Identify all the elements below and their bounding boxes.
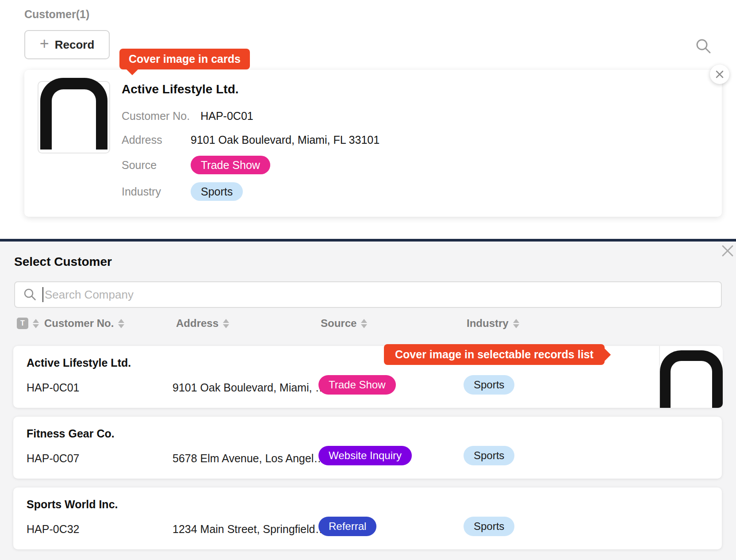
- close-icon: [721, 244, 734, 257]
- card-close-button[interactable]: [710, 65, 729, 84]
- industry-badge: Sports: [464, 446, 514, 465]
- column-label: Industry: [467, 317, 509, 330]
- modal-title: Select Customer: [14, 255, 112, 269]
- search-input-wrapper[interactable]: [14, 281, 722, 308]
- field-row-source: Source Trade Show: [122, 156, 270, 174]
- table-row[interactable]: Sports World Inc. HAP-0C32 1234 Main Str…: [13, 487, 722, 549]
- select-customer-panel: Select Customer T Customer No. Address S…: [0, 242, 736, 560]
- row-customer-no: HAP-0C32: [27, 523, 80, 536]
- letter-n-logo-icon: [40, 78, 107, 150]
- column-label: Source: [321, 317, 356, 330]
- tooltip-cover-image-in-cards: Cover image in cards: [119, 49, 250, 69]
- sort-icon: [513, 319, 519, 328]
- modal-close-button[interactable]: [721, 244, 734, 259]
- source-badge: Referral: [318, 517, 376, 536]
- tooltip-cover-image-in-list: Cover image in selectable records list: [384, 344, 605, 365]
- table-row[interactable]: Fitness Gear Co. HAP-0C07 5678 Elm Avenu…: [13, 417, 722, 479]
- search-input[interactable]: [45, 288, 713, 302]
- table-row[interactable]: Active Lifestyle Ltd. HAP-0C01 9101 Oak …: [13, 346, 722, 408]
- sort-icon: [33, 319, 39, 328]
- plus-icon: +: [40, 36, 49, 52]
- field-row-industry: Industry Sports: [122, 182, 243, 201]
- field-label: Address: [122, 134, 191, 146]
- row-customer-no: HAP-0C07: [27, 452, 80, 465]
- field-label: Industry: [122, 185, 191, 198]
- sort-icon: [118, 319, 124, 328]
- field-label: Customer No.: [122, 110, 200, 123]
- field-value: HAP-0C01: [200, 110, 253, 123]
- search-icon: [23, 288, 37, 302]
- column-header-industry[interactable]: Industry: [467, 316, 519, 331]
- row-company-name: Active Lifestyle Ltd.: [27, 357, 131, 369]
- column-header-source[interactable]: Source: [321, 316, 367, 331]
- customer-card: Active Lifestyle Ltd. Customer No. HAP-0…: [24, 70, 722, 217]
- letter-n-logo-icon: [660, 350, 723, 408]
- row-address: 9101 Oak Boulevard, Miami, …: [172, 381, 326, 394]
- column-label: Address: [176, 317, 218, 330]
- row-address: 1234 Main Street, Springfield…: [172, 523, 326, 536]
- cover-image: [659, 346, 723, 408]
- close-icon: [715, 70, 724, 79]
- field-label: Source: [122, 159, 191, 172]
- add-record-button[interactable]: + Record: [24, 30, 110, 59]
- record-list: Active Lifestyle Ltd. HAP-0C01 9101 Oak …: [13, 346, 722, 558]
- sort-icon: [223, 319, 229, 328]
- column-label: Customer No.: [44, 317, 114, 330]
- sort-icon: [361, 319, 367, 328]
- type-column-icon: T: [17, 318, 28, 329]
- column-header-customer-no[interactable]: Customer No.: [44, 316, 124, 331]
- industry-badge: Sports: [191, 182, 243, 201]
- source-badge: Website Inquiry: [318, 446, 412, 465]
- text-cursor: [42, 287, 43, 302]
- field-value: 9101 Oak Boulevard, Miami, FL 33101: [191, 134, 380, 146]
- row-company-name: Fitness Gear Co.: [27, 427, 115, 440]
- cover-image: [38, 81, 110, 153]
- tooltip-text: Cover image in cards: [129, 53, 241, 65]
- customer-name: Active Lifestyle Ltd.: [122, 82, 239, 96]
- page: Customer(1) + Record Cover image in card…: [0, 0, 736, 560]
- source-badge: Trade Show: [191, 156, 270, 174]
- field-row-customer-no: Customer No. HAP-0C01: [122, 110, 253, 123]
- column-header-type[interactable]: T: [17, 316, 39, 331]
- search-icon[interactable]: [695, 38, 712, 55]
- row-company-name: Sports World Inc.: [27, 498, 118, 511]
- row-address: 5678 Elm Avenue, Los Angel…: [172, 452, 325, 465]
- column-header-address[interactable]: Address: [176, 316, 229, 331]
- industry-badge: Sports: [464, 517, 514, 536]
- source-badge: Trade Show: [318, 375, 396, 395]
- industry-badge: Sports: [464, 375, 514, 395]
- tooltip-text: Cover image in selectable records list: [395, 348, 594, 361]
- page-title: Customer(1): [24, 8, 89, 21]
- record-button-label: Record: [55, 38, 95, 52]
- field-row-address: Address 9101 Oak Boulevard, Miami, FL 33…: [122, 134, 380, 146]
- row-customer-no: HAP-0C01: [27, 381, 80, 394]
